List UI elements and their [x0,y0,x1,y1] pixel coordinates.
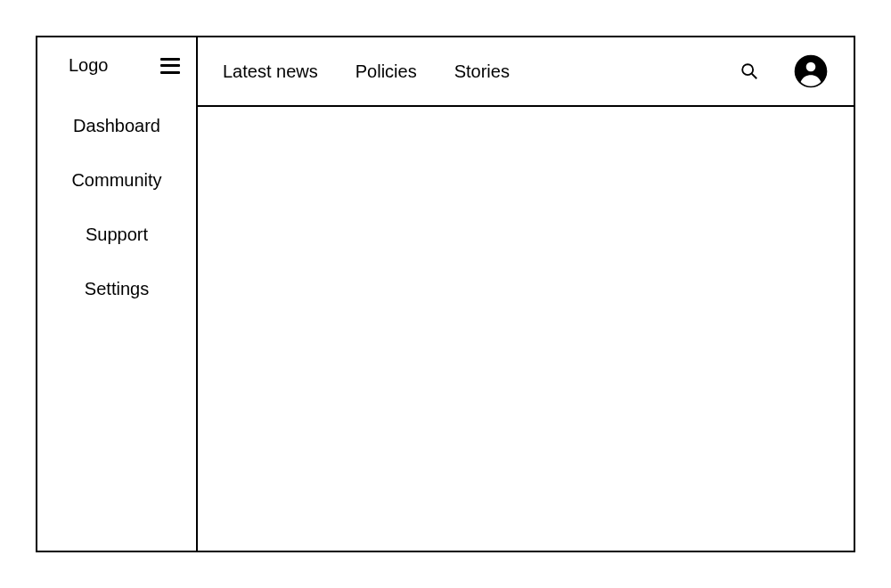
sidebar: Logo Dashboard Community Support Setting… [37,37,198,551]
tab-label: Policies [356,61,417,81]
search-icon[interactable] [740,61,759,81]
sidebar-item-settings[interactable]: Settings [85,279,149,299]
tab-stories[interactable]: Stories [454,61,510,82]
tab-latest-news[interactable]: Latest news [223,61,318,82]
sidebar-header: Logo [37,37,196,85]
content-area [198,107,854,551]
svg-line-1 [752,74,757,79]
avatar-icon[interactable] [793,53,829,89]
tab-policies[interactable]: Policies [356,61,417,82]
topbar: Latest news Policies Stories [198,37,854,107]
tabs: Latest news Policies Stories [223,61,510,82]
hamburger-icon[interactable] [160,58,180,74]
sidebar-item-label: Support [86,225,148,244]
tab-label: Stories [454,61,510,81]
tab-label: Latest news [223,61,318,81]
sidebar-item-label: Community [71,170,161,190]
main: Latest news Policies Stories [198,37,854,551]
svg-point-0 [742,64,753,75]
logo: Logo [69,55,109,76]
svg-point-3 [806,62,816,72]
sidebar-item-dashboard[interactable]: Dashboard [73,116,160,136]
app-frame: Logo Dashboard Community Support Setting… [36,36,855,552]
sidebar-item-community[interactable]: Community [71,170,161,191]
topbar-right [740,53,829,89]
sidebar-item-support[interactable]: Support [86,225,148,245]
sidebar-item-label: Dashboard [73,116,160,135]
sidebar-nav: Dashboard Community Support Settings [37,116,196,299]
sidebar-item-label: Settings [85,279,149,298]
